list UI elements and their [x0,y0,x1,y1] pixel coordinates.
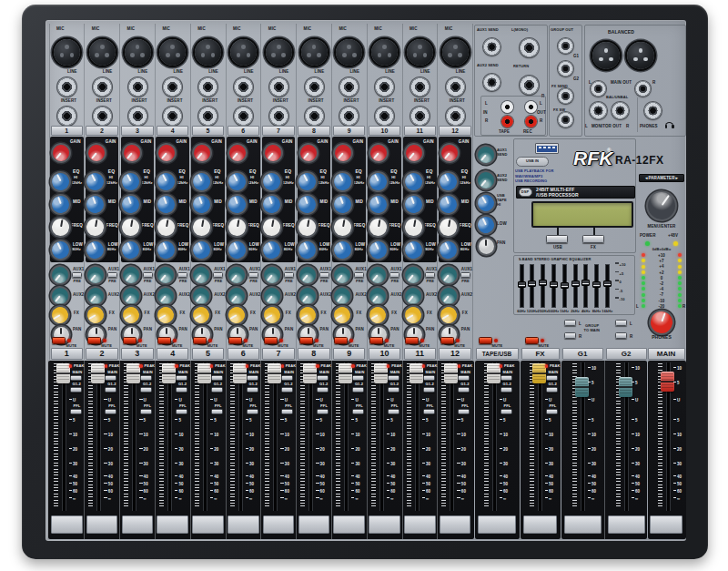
g1-to-main-r-button[interactable] [564,332,576,339]
aux1-pre-button[interactable] [284,272,294,278]
group-assign-button[interactable] [176,387,187,393]
main-assign-button[interactable] [317,375,329,381]
geq-slider[interactable] [571,280,580,287]
usb-select-button[interactable] [546,235,568,243]
group-assign-button[interactable] [105,387,116,393]
group-assign-button[interactable] [352,387,364,393]
g1-to-main-l-button[interactable] [564,320,576,326]
main-assign-button[interactable] [352,375,364,381]
group-assign-button[interactable] [247,387,258,393]
main-assign-button[interactable] [211,375,223,381]
aux1-pre-button[interactable] [143,272,153,278]
fader-cap[interactable] [303,363,317,383]
aux1-pre-button[interactable] [389,272,399,278]
group-assign-button[interactable] [281,387,293,393]
aux1-pre-button[interactable] [177,272,187,278]
pfl-button[interactable] [105,409,116,414]
geq-slider[interactable] [561,282,569,289]
main-assign-button[interactable] [388,375,399,381]
pfl-button[interactable] [247,409,258,414]
main-assign-button[interactable] [500,375,512,381]
geq-slider[interactable] [528,280,536,287]
main-assign-button[interactable] [247,375,258,381]
fader-cap[interactable] [444,363,458,383]
aux1-pre-button[interactable] [72,272,82,278]
main-assign-button[interactable] [70,375,82,381]
tape-pan-knob[interactable] [479,239,494,254]
group-assign-button[interactable] [211,387,223,393]
fader-cap[interactable] [575,377,589,397]
mute-button[interactable] [193,337,207,344]
main-assign-button[interactable] [458,375,470,381]
main-assign-button[interactable] [546,375,558,381]
pfl-button[interactable] [546,409,558,414]
fader-cap[interactable] [126,363,140,383]
geq-slider[interactable] [518,281,526,288]
aux1-pre-button[interactable] [425,272,435,278]
group-assign-button[interactable] [140,387,152,393]
mute-button[interactable] [369,337,383,344]
fader-cap[interactable] [619,377,632,397]
pfl-button[interactable] [176,409,187,414]
mute-button[interactable] [440,337,454,344]
fader-cap[interactable] [91,363,105,383]
fader-cap[interactable] [268,363,281,383]
geq-slider[interactable] [550,281,558,288]
fader-cap[interactable] [56,363,70,383]
fx-select-button[interactable] [582,235,604,243]
tape-mute-button[interactable] [479,337,492,344]
fader-cap[interactable] [532,363,546,383]
group-assign-button[interactable] [70,387,82,393]
mute-button[interactable] [264,337,278,344]
geq-slider[interactable] [592,281,601,288]
g2-to-main-l-button[interactable] [615,320,627,326]
group-assign-button[interactable] [317,387,329,393]
fader-cap[interactable] [197,363,211,383]
group-assign-button[interactable] [388,387,399,393]
pfl-button[interactable] [281,409,293,414]
aux1-pre-button[interactable] [319,272,329,278]
fx-mute-button[interactable] [525,337,539,344]
mute-button[interactable] [405,337,419,344]
aux1-pre-button[interactable] [460,272,470,278]
main-assign-button[interactable] [281,375,293,381]
aux1-pre-button[interactable] [248,272,258,278]
pfl-button[interactable] [317,409,329,414]
main-assign-button[interactable] [140,375,152,381]
pfl-button[interactable] [140,409,152,414]
mute-button[interactable] [52,337,66,344]
mute-button[interactable] [157,337,171,344]
fader-cap[interactable] [339,363,352,383]
aux1-pre-button[interactable] [213,272,223,278]
pfl-button[interactable] [70,409,82,414]
mute-button[interactable] [87,337,101,344]
group-assign-button[interactable] [546,387,558,393]
geq-slider[interactable] [603,280,612,287]
pfl-button[interactable] [500,409,512,414]
fader-cap[interactable] [410,363,423,383]
pfl-button[interactable] [352,409,364,414]
fader-cap[interactable] [661,372,674,392]
mute-button[interactable] [299,337,313,344]
geq-slider[interactable] [581,280,590,286]
pfl-button[interactable] [211,409,223,414]
fader-cap[interactable] [233,363,247,383]
pfl-button[interactable] [423,409,435,414]
fader-cap[interactable] [162,363,176,383]
group-assign-button[interactable] [458,387,470,393]
mute-button[interactable] [228,337,242,344]
mute-button[interactable] [123,337,136,344]
g2-to-main-r-button[interactable] [615,332,627,339]
mute-button[interactable] [334,337,348,344]
group-assign-button[interactable] [423,387,435,393]
main-assign-button[interactable] [176,375,187,381]
fader-cap[interactable] [374,363,388,383]
fader-cap[interactable] [487,363,500,383]
group-assign-button[interactable] [500,387,512,393]
pfl-button[interactable] [458,409,470,414]
pfl-button[interactable] [388,409,399,414]
main-assign-button[interactable] [423,375,435,381]
aux1-pre-button[interactable] [107,272,117,278]
aux1-pre-button[interactable] [354,272,364,278]
main-assign-button[interactable] [105,375,116,381]
